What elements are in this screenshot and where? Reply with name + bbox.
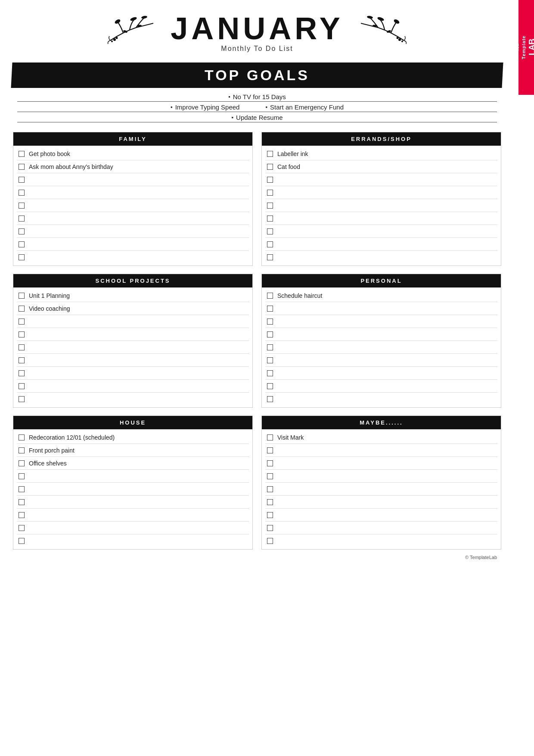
table-row: Get photo book	[17, 147, 249, 160]
checkbox[interactable]	[267, 357, 273, 363]
checkbox[interactable]	[267, 164, 273, 170]
checkbox[interactable]	[267, 216, 273, 222]
row-text: Front porch paint	[29, 447, 75, 454]
checkbox[interactable]	[19, 499, 25, 505]
goal-bullet-icon: ▪	[228, 94, 230, 100]
checkbox[interactable]	[267, 434, 273, 440]
row-text: Visit Mark	[277, 434, 304, 441]
category-items-school: Unit 1 PlanningVideo coaching	[13, 287, 252, 407]
svg-point-8	[393, 19, 400, 25]
checkbox[interactable]	[19, 306, 25, 312]
header-month: JANUARY	[171, 13, 343, 44]
footer: © TemplateLab	[13, 550, 501, 563]
checkbox[interactable]	[267, 460, 273, 466]
checkbox[interactable]	[19, 164, 25, 170]
table-row	[17, 238, 249, 251]
checkbox[interactable]	[267, 486, 273, 492]
checkbox[interactable]	[19, 177, 25, 183]
row-text: Video coaching	[29, 305, 70, 312]
side-tab: from Template LAB	[518, 0, 534, 95]
checkbox[interactable]	[19, 228, 25, 234]
table-row	[265, 393, 497, 406]
checkbox[interactable]	[267, 177, 273, 183]
table-row	[265, 354, 497, 367]
side-tab-label: from Template LAB	[515, 35, 534, 59]
table-row	[265, 212, 497, 225]
checkbox[interactable]	[267, 383, 273, 389]
table-row	[265, 444, 497, 457]
checkbox[interactable]	[19, 203, 25, 209]
checkbox[interactable]	[267, 293, 273, 299]
checkbox[interactable]	[267, 344, 273, 350]
goal-item: ▪ Improve Typing Speed	[171, 103, 239, 111]
checkbox[interactable]	[19, 396, 25, 402]
table-row	[17, 212, 249, 225]
checkbox[interactable]	[267, 525, 273, 531]
checkbox[interactable]	[19, 538, 25, 544]
table-row	[265, 534, 497, 547]
checkbox[interactable]	[19, 447, 25, 453]
top-goals-label: TOP GOALS	[205, 67, 310, 83]
checkbox[interactable]	[267, 331, 273, 337]
table-row	[265, 496, 497, 509]
goal-bullet-icon: ▪	[231, 114, 233, 121]
goal-bullet-icon: ▪	[265, 104, 267, 110]
checkbox[interactable]	[19, 460, 25, 466]
table-row	[17, 496, 249, 509]
checkbox[interactable]	[267, 473, 273, 479]
checkbox[interactable]	[19, 190, 25, 196]
checkbox[interactable]	[267, 499, 273, 505]
table-row	[17, 251, 249, 264]
table-row	[265, 328, 497, 341]
checkbox[interactable]	[267, 190, 273, 196]
checkbox[interactable]	[267, 254, 273, 260]
checkbox[interactable]	[19, 357, 25, 363]
checkbox[interactable]	[267, 512, 273, 518]
checkbox[interactable]	[267, 203, 273, 209]
svg-point-5	[116, 37, 118, 39]
checkbox[interactable]	[267, 151, 273, 157]
category-block-maybe: MAYBE......Visit Mark	[261, 415, 501, 550]
checkbox[interactable]	[19, 216, 25, 222]
checkbox[interactable]	[19, 151, 25, 157]
row-text: Schedule haircut	[277, 292, 322, 299]
checkbox[interactable]	[19, 473, 25, 479]
checkbox[interactable]	[19, 486, 25, 492]
checkbox[interactable]	[19, 525, 25, 531]
checkbox[interactable]	[19, 370, 25, 376]
category-block-family: FAMILYGet photo bookAsk mom about Anny's…	[13, 132, 253, 266]
checkbox[interactable]	[19, 241, 25, 247]
checkbox[interactable]	[267, 306, 273, 312]
table-row	[265, 302, 497, 315]
checkbox[interactable]	[267, 396, 273, 402]
checkbox[interactable]	[267, 370, 273, 376]
checkbox[interactable]	[19, 319, 25, 325]
table-row	[17, 380, 249, 393]
svg-point-4	[111, 41, 113, 42]
category-items-family: Get photo bookAsk mom about Anny's birth…	[13, 146, 252, 266]
checkbox[interactable]	[19, 344, 25, 350]
checkbox[interactable]	[267, 319, 273, 325]
checkbox[interactable]	[19, 254, 25, 260]
checkbox[interactable]	[267, 538, 273, 544]
checkbox[interactable]	[267, 241, 273, 247]
goal-item: ▪ No TV for 15 Days	[228, 93, 286, 100]
goal-item: ▪ Start an Emergency Fund	[265, 103, 344, 111]
checkbox[interactable]	[19, 512, 25, 518]
table-row: Ask mom about Anny's birthday	[17, 160, 249, 173]
checkbox[interactable]	[19, 383, 25, 389]
header: JANUARY Monthly To Do List	[13, 9, 501, 55]
table-row	[265, 238, 497, 251]
table-row: Office shelves	[17, 457, 249, 470]
checkbox[interactable]	[267, 447, 273, 453]
checkbox[interactable]	[19, 293, 25, 299]
checkbox[interactable]	[267, 228, 273, 234]
category-items-house: Redecoration 12/01 (scheduled)Front porc…	[13, 429, 252, 549]
checkbox[interactable]	[19, 434, 25, 440]
footer-text: © TemplateLab	[465, 555, 497, 560]
row-text: Get photo book	[29, 150, 70, 157]
category-header-errands: ERRANDS/SHOP	[262, 132, 501, 146]
checkbox[interactable]	[19, 331, 25, 337]
table-row: Schedule haircut	[265, 289, 497, 302]
table-row	[265, 251, 497, 264]
